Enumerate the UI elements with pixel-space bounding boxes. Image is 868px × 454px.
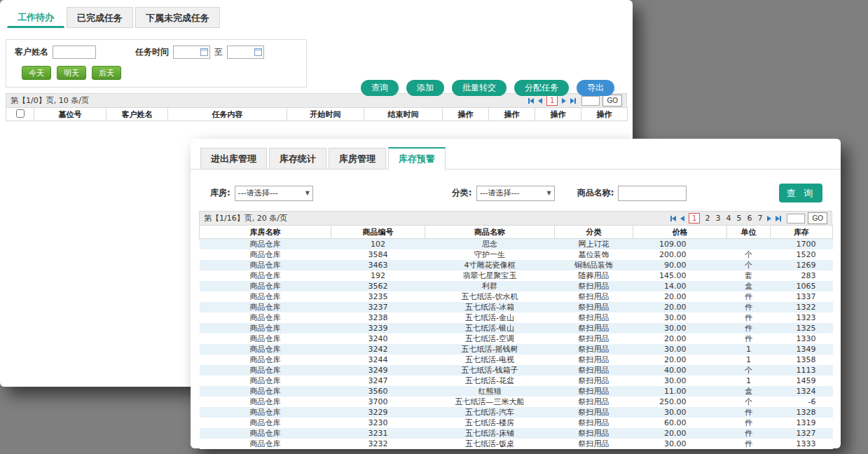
tasks-pager: 1GO [528, 95, 622, 106]
table-cell: 1349 [771, 344, 833, 355]
tasks-next-page-icon[interactable] [561, 98, 567, 104]
table-cell: 网上订花 [555, 239, 633, 250]
table-cell: 祭扫用品 [555, 323, 633, 333]
table-cell: 3247 [331, 376, 425, 386]
table-cell: 五七纸活—三米大船 [425, 397, 555, 407]
inventory-tabbar: 进出库管理库存统计库房管理库存预警 [191, 139, 841, 170]
table-cell: 件 [727, 302, 771, 312]
tasks-prev-page-icon[interactable] [537, 98, 543, 104]
table-cell: 90.00 [633, 260, 727, 270]
task-time-start-input[interactable] [174, 47, 200, 57]
inventory-page-link[interactable]: 5 [736, 214, 741, 223]
category-select[interactable]: ---请选择--- ▼ [476, 186, 555, 201]
table-row[interactable]: 商品仓库3249五七纸活-钱箱子祭扫用品40.00个1113 [200, 365, 833, 376]
action-button[interactable]: 添加 [406, 80, 444, 96]
table-row[interactable]: 商品仓库3700五七纸活—三米大船祭扫用品250.00个-6 [200, 397, 833, 407]
column-header: 商品名称 [425, 226, 555, 239]
table-row[interactable]: 商品仓库3242五七纸活-摇钱树祭扫用品30.0011349 [200, 344, 833, 355]
table-cell: 商品仓库 [200, 291, 331, 302]
tasks-tab[interactable]: 下属未完成任务 [135, 7, 220, 28]
table-cell: 200.00 [633, 249, 727, 260]
table-row[interactable]: 商品仓库3244五七纸活-电视祭扫用品20.0011358 [200, 355, 833, 365]
tasks-page-input[interactable] [581, 96, 600, 106]
customer-name-label: 客户姓名 [15, 46, 48, 58]
inventory-page-link[interactable]: 4 [726, 214, 731, 223]
table-row[interactable]: 商品仓库102思念网上订花109.001700 [200, 239, 833, 250]
table-cell: 件 [727, 439, 771, 449]
table-row[interactable]: 商品仓库3584守护一生墓位装饰200.00个1520 [200, 249, 833, 260]
inventory-next-page-icon[interactable] [766, 216, 772, 221]
table-row[interactable]: 商品仓库192翡翠七星聚宝玉随葬用品145.00套283 [200, 270, 833, 281]
table-row[interactable]: 商品仓库3237五七纸活-冰箱祭扫用品20.00件1322 [200, 302, 833, 312]
calendar-icon[interactable] [200, 48, 208, 56]
quick-date-button[interactable]: 后天 [92, 66, 121, 80]
table-cell: 个 [727, 260, 771, 270]
task-time-end-field[interactable] [227, 46, 264, 59]
range-separator: 至 [214, 46, 223, 58]
table-cell: 五七纸活-摇钱树 [425, 344, 555, 355]
table-row[interactable]: 商品仓库3240五七纸活-空调祭扫用品20.00件1330 [200, 333, 833, 344]
table-cell [727, 239, 771, 250]
inventory-page-link[interactable]: 7 [757, 214, 762, 223]
table-cell: 商品仓库 [200, 260, 331, 270]
table-row[interactable]: 商品仓库3238五七纸活-金山祭扫用品30.00件1323 [200, 312, 833, 323]
inventory-page-input[interactable] [787, 214, 805, 223]
table-cell: 五七纸活-金山 [425, 312, 555, 323]
table-row[interactable]: 商品仓库3562利群祭扫用品14.00盒1065 [200, 281, 833, 291]
action-button[interactable]: 导出 [577, 80, 614, 96]
table-row[interactable]: 商品仓库3239五七纸活-银山祭扫用品30.00件1325 [200, 323, 833, 333]
table-row[interactable]: 商品仓库3229五七纸活-汽车祭扫用品30.00件1328 [200, 407, 833, 418]
warehouse-select[interactable]: ---请选择--- ▼ [235, 186, 313, 201]
inventory-prev-page-icon[interactable] [680, 216, 685, 221]
tasks-go-button[interactable]: GO [602, 95, 622, 106]
table-row[interactable]: 商品仓库3230五七纸活-楼房祭扫用品60.00件1319 [200, 418, 833, 428]
action-button[interactable]: 批量转交 [452, 80, 507, 96]
table-cell: 件 [727, 407, 771, 418]
inventory-last-page-icon[interactable] [775, 216, 782, 221]
inventory-tab[interactable]: 进出库管理 [200, 148, 267, 169]
table-row[interactable]: 商品仓库3235五七纸活-饮水机祭扫用品20.00件1337 [200, 291, 833, 302]
table-row[interactable]: 商品仓库3560红熊猫祭扫用品11.00盒1324 [200, 386, 833, 397]
inventory-go-button[interactable]: GO [808, 212, 827, 224]
inventory-tab[interactable]: 库存预警 [388, 147, 446, 170]
table-row[interactable]: 商品仓库3231五七纸活-床铺祭扫用品20.00件1327 [200, 428, 833, 439]
tasks-tab[interactable]: 工作待办 [7, 7, 64, 28]
quick-date-button[interactable]: 明天 [57, 66, 86, 80]
table-cell: 40.00 [633, 365, 727, 376]
inventory-page-link[interactable]: 3 [715, 214, 720, 223]
table-cell: 商品仓库 [200, 418, 331, 428]
quick-date-button[interactable]: 今天 [22, 66, 51, 80]
table-row[interactable]: 商品仓库3232五七纸活-饭桌祭扫用品30.00件1333 [200, 439, 833, 449]
action-button[interactable]: 查询 [361, 80, 399, 96]
select-all-checkbox[interactable] [16, 109, 25, 118]
chevron-down-icon: ▼ [546, 190, 551, 196]
calendar-icon[interactable] [254, 48, 262, 56]
inventory-page-link[interactable]: 2 [705, 214, 710, 223]
tasks-first-page-icon[interactable] [528, 98, 535, 104]
column-header: 操作 [443, 108, 489, 121]
table-cell: 30.00 [633, 407, 727, 418]
task-time-start-field[interactable] [173, 46, 210, 59]
inventory-first-page-icon[interactable] [670, 216, 677, 221]
column-header: 客户姓名 [106, 108, 168, 121]
product-name-input[interactable] [618, 186, 687, 201]
table-cell: 3238 [331, 312, 425, 323]
inventory-tab[interactable]: 库存统计 [269, 148, 326, 169]
column-header: 墓位号 [34, 108, 106, 121]
tasks-tab[interactable]: 已完成任务 [67, 7, 133, 28]
action-button[interactable]: 分配任务 [514, 80, 569, 96]
table-cell: 祭扫用品 [555, 407, 633, 418]
task-time-end-input[interactable] [228, 47, 254, 57]
customer-name-input[interactable] [53, 46, 96, 59]
warehouse-label: 库房: [210, 187, 230, 199]
inventory-page-link[interactable]: 6 [747, 214, 752, 223]
table-cell: 3240 [331, 333, 425, 344]
table-row[interactable]: 商品仓库34634寸雕花瓷像框铜制品装饰90.00个1269 [200, 260, 833, 270]
inventory-query-button[interactable]: 查 询 [779, 184, 822, 202]
table-cell: 3237 [331, 302, 425, 312]
table-cell: 1325 [771, 323, 833, 333]
inventory-tab[interactable]: 库房管理 [329, 148, 386, 169]
table-cell: 1700 [771, 239, 833, 250]
tasks-last-page-icon[interactable] [570, 98, 577, 104]
table-row[interactable]: 商品仓库3247五七纸活-花盆祭扫用品30.0011459 [200, 376, 833, 386]
